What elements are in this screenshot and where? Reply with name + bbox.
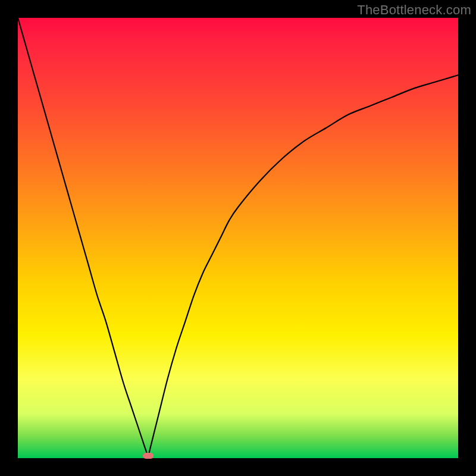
- chart-frame: TheBottleneck.com: [0, 0, 476, 476]
- plot-area: [18, 18, 458, 458]
- bottleneck-curve: [18, 18, 458, 458]
- minimum-marker: [143, 453, 154, 459]
- watermark-text: TheBottleneck.com: [357, 2, 471, 18]
